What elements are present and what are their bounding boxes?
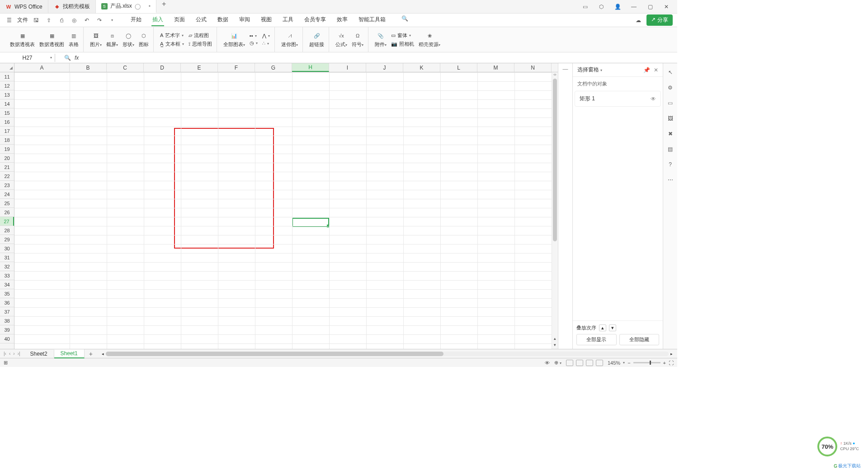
scatter-chart-button[interactable]: ∴▾ [262, 41, 270, 47]
name-box-dropdown-icon[interactable]: ▾ [50, 56, 52, 60]
row-header-12[interactable]: 12 [0, 81, 14, 90]
col-header-B[interactable]: B [70, 63, 107, 72]
col-header-C[interactable]: C [107, 63, 144, 72]
zoom-slider[interactable] [633, 362, 660, 363]
select-arrow-icon[interactable]: ↖ [666, 68, 675, 77]
tab-efficiency[interactable]: 效率 [336, 14, 349, 26]
tab-smart-toolbox[interactable]: 智能工具箱 [358, 14, 387, 26]
sparkline-button[interactable]: ⩘迷你图▾ [281, 31, 298, 48]
picture-button[interactable]: 🖼图片▾ [90, 31, 102, 48]
shapes-button[interactable]: ◯形状▾ [123, 31, 134, 48]
layers-icon[interactable]: ▤ [666, 145, 675, 154]
formula-input[interactable] [82, 54, 534, 62]
tab-wps-home[interactable]: W WPS Office [0, 0, 48, 13]
flowchart-button[interactable]: ▱ 流程图 [189, 32, 212, 39]
row-header-35[interactable]: 35 [0, 289, 14, 298]
eye-status-icon[interactable]: 👁 [545, 360, 550, 366]
zoom-out-button[interactable]: − [627, 360, 630, 366]
reading-view-icon[interactable] [596, 360, 603, 366]
hyperlink-button[interactable]: 🔗超链接 [309, 31, 324, 48]
qa-dropdown-icon[interactable]: ▾ [108, 16, 117, 25]
horizontal-scrollbar[interactable]: ◂ ▸ [97, 352, 677, 356]
resources-button[interactable]: ❀稻壳资源▾ [419, 31, 440, 48]
row-header-19[interactable]: 19 [0, 145, 14, 154]
cube-icon[interactable]: ⬡ [595, 0, 608, 13]
textbox-button[interactable]: A̲ 文本框▾ [160, 41, 184, 47]
add-tab-button[interactable]: + [156, 0, 171, 13]
row-header-18[interactable]: 18 [0, 136, 14, 145]
row-header-23[interactable]: 23 [0, 181, 14, 190]
visibility-toggle-icon[interactable]: 👁 [651, 96, 656, 102]
fx-icon[interactable]: fx [75, 55, 79, 61]
row-header-31[interactable]: 31 [0, 253, 14, 262]
bar-chart-button[interactable]: ▪▪▾ [250, 33, 258, 38]
row-header-24[interactable]: 24 [0, 190, 14, 199]
col-header-E[interactable]: E [181, 63, 218, 72]
maximize-icon[interactable]: ▢ [644, 0, 656, 13]
scroll-thumb[interactable] [553, 79, 557, 241]
shape-rectangle-1[interactable] [174, 128, 274, 249]
tab-view[interactable]: 视图 [260, 14, 273, 26]
sheet-tab-sheet1[interactable]: Sheet1 [54, 349, 85, 358]
row-header-38[interactable]: 38 [0, 316, 14, 325]
col-header-G[interactable]: G [255, 63, 292, 72]
tab-start[interactable]: 开始 [130, 14, 142, 26]
save-icon[interactable]: 🖫 [32, 16, 41, 25]
last-sheet-icon[interactable]: ›| [17, 351, 21, 356]
tab-formula[interactable]: 公式 [195, 14, 208, 26]
mindmap-button[interactable]: ⟟ 思维导图 [189, 41, 212, 47]
col-header-K[interactable]: K [403, 63, 440, 72]
row-header-26[interactable]: 26 [0, 208, 14, 217]
normal-view-icon[interactable] [566, 360, 573, 366]
screenshot-button[interactable]: ⧈截屏▾ [106, 31, 118, 48]
hscroll-thumb[interactable] [106, 352, 443, 356]
row-header-29[interactable]: 29 [0, 235, 14, 244]
zoom-fx-icon[interactable]: 🔍 [64, 55, 71, 61]
first-sheet-icon[interactable]: |‹ [3, 351, 7, 356]
object-list-item[interactable]: 矩形 1 👁 [575, 91, 661, 107]
pivot-table-button[interactable]: ▦数据透视表 [10, 31, 35, 48]
avatar-icon[interactable]: 👤 [611, 0, 624, 13]
next-sheet-icon[interactable]: › [12, 351, 15, 356]
share-button[interactable]: ↗ 分享 [646, 14, 673, 26]
row-header-14[interactable]: 14 [0, 99, 14, 108]
tab-insert[interactable]: 插入 [151, 14, 164, 26]
table-button[interactable]: ▥表格 [69, 31, 79, 48]
row-header-30[interactable]: 30 [0, 244, 14, 253]
panel-icon[interactable]: ▭ [579, 0, 591, 13]
row-header-25[interactable]: 25 [0, 199, 14, 208]
camera-button[interactable]: 📷 照相机 [391, 41, 414, 47]
page-break-icon[interactable] [586, 360, 593, 366]
cells-area[interactable] [14, 72, 552, 349]
panel-icon[interactable]: ▭ [666, 99, 675, 108]
tab-page[interactable]: 页面 [173, 14, 186, 26]
row-header-37[interactable]: 37 [0, 307, 14, 316]
cloud-icon[interactable]: ☁ [634, 16, 643, 25]
col-header-A[interactable]: A [14, 63, 70, 72]
share-icon[interactable]: ⇪ [44, 16, 53, 25]
properties-icon[interactable]: ⚙ [666, 83, 675, 92]
icons-button[interactable]: ⬡图标 [139, 31, 149, 48]
close-panel-icon[interactable]: ✕ [654, 67, 658, 73]
pin-icon[interactable]: 📌 [643, 67, 650, 73]
row-header-32[interactable]: 32 [0, 262, 14, 271]
redo-icon[interactable]: ↷ [95, 16, 104, 25]
tab-tools[interactable]: 工具 [282, 14, 294, 26]
tab-data[interactable]: 数据 [217, 14, 229, 26]
tab-template[interactable]: ◆ 找稻壳模板 [48, 0, 96, 13]
close-window-icon[interactable]: ✕ [660, 0, 673, 13]
row-header-13[interactable]: 13 [0, 90, 14, 99]
target-icon[interactable]: ⊕ ▾ [554, 360, 561, 366]
panel-collapse[interactable]: — [558, 63, 572, 349]
hscroll-left-icon[interactable]: ◂ [102, 352, 104, 356]
zoom-in-button[interactable]: + [663, 360, 666, 366]
row-header-27[interactable]: 27 [0, 217, 14, 226]
symbol-button[interactable]: Ω符号▾ [352, 31, 363, 48]
col-header-L[interactable]: L [440, 63, 477, 72]
row-header-15[interactable]: 15 [0, 108, 14, 118]
row-header-17[interactable]: 17 [0, 127, 14, 136]
hamburger-icon[interactable]: ☰ [5, 16, 14, 25]
hide-all-button[interactable]: 全部隐藏 [619, 334, 660, 345]
row-header-28[interactable]: 28 [0, 226, 14, 235]
prev-sheet-icon[interactable]: ‹ [8, 351, 11, 356]
